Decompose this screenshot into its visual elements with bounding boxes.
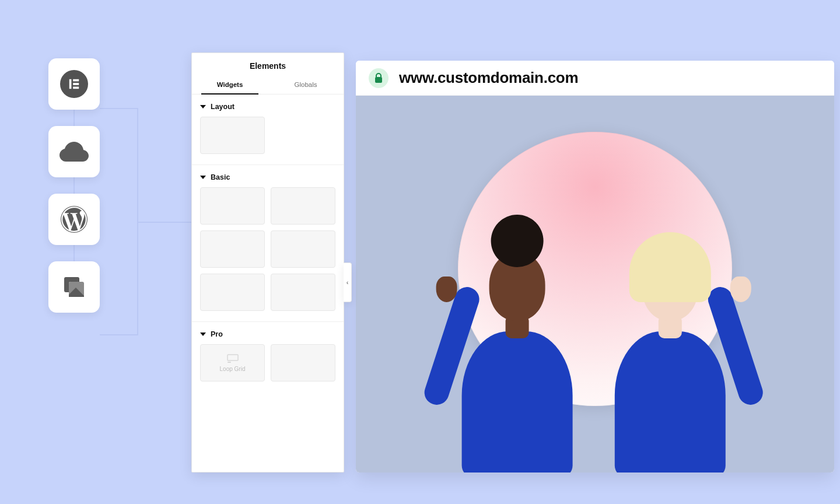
section-pro: Pro Loop Grid <box>192 322 344 394</box>
section-label: Layout <box>211 103 235 111</box>
lock-icon <box>374 73 383 83</box>
hero-figure-left <box>450 226 584 473</box>
address-bar[interactable]: www.customdomain.com <box>356 61 834 96</box>
panel-title: Elements <box>192 53 344 76</box>
chevron-down-icon <box>200 176 206 179</box>
integration-wordpress[interactable] <box>48 194 100 245</box>
svg-rect-0 <box>69 79 72 89</box>
panel-tabs: Widgets Globals <box>192 76 344 94</box>
integration-templates[interactable] <box>48 261 100 313</box>
section-label: Pro <box>211 330 223 338</box>
integration-elementor[interactable] <box>48 58 100 110</box>
widget-placeholder[interactable] <box>200 274 265 311</box>
site-preview-viewport <box>356 96 834 473</box>
address-bar-url: www.customdomain.com <box>399 69 578 87</box>
tab-widgets[interactable]: Widgets <box>192 76 268 94</box>
widget-placeholder[interactable] <box>200 117 265 154</box>
integration-icon-column <box>48 58 100 313</box>
templates-icon <box>62 275 86 299</box>
site-preview-browser: www.customdomain.com <box>356 61 834 473</box>
widget-placeholder[interactable] <box>200 230 265 268</box>
section-basic-toggle[interactable]: Basic <box>200 171 335 187</box>
elementor-icon <box>60 70 88 98</box>
section-layout: Layout <box>192 94 344 165</box>
connector-line <box>100 334 137 335</box>
svg-rect-8 <box>228 362 231 363</box>
panel-collapse-handle[interactable]: ‹ <box>344 262 352 302</box>
svg-rect-3 <box>73 87 79 89</box>
section-label: Basic <box>211 173 230 181</box>
integration-hosting[interactable] <box>48 126 100 177</box>
connector-line <box>100 108 137 109</box>
svg-rect-9 <box>375 77 382 83</box>
chevron-left-icon: ‹ <box>346 279 349 286</box>
widget-placeholder[interactable] <box>271 187 335 225</box>
ssl-badge <box>369 68 388 88</box>
elements-panel: Elements Widgets Globals Layout Basic <box>191 52 344 473</box>
section-basic: Basic <box>192 165 344 322</box>
section-pro-toggle[interactable]: Pro <box>200 328 335 344</box>
widget-placeholder[interactable] <box>271 344 335 382</box>
section-layout-toggle[interactable]: Layout <box>200 100 335 117</box>
svg-rect-7 <box>228 355 238 360</box>
tab-globals[interactable]: Globals <box>268 76 344 94</box>
chevron-down-icon <box>200 332 206 336</box>
wordpress-icon <box>61 206 88 233</box>
widget-loop-grid[interactable]: Loop Grid <box>200 344 265 382</box>
widget-label: Loop Grid <box>220 366 246 372</box>
loop-grid-icon <box>227 354 239 363</box>
svg-rect-2 <box>73 83 79 85</box>
widget-placeholder[interactable] <box>271 274 335 311</box>
chevron-down-icon <box>200 105 206 108</box>
hero-figure-right <box>603 226 737 473</box>
panel-sections: Layout Basic Pro <box>192 94 344 472</box>
svg-rect-1 <box>73 79 79 82</box>
widget-placeholder[interactable] <box>271 230 335 268</box>
cloud-icon <box>60 142 89 162</box>
widget-placeholder[interactable] <box>200 187 265 225</box>
connector-line <box>137 222 191 223</box>
